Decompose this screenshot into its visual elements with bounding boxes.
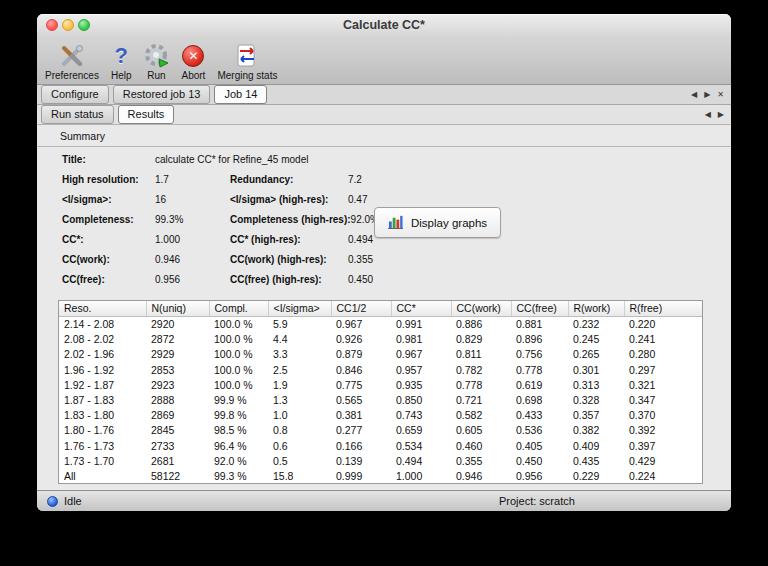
table-cell: 2.14 - 2.08 xyxy=(59,317,146,333)
table-row[interactable]: 2.14 - 2.082920100.0 %5.90.9670.9910.886… xyxy=(59,317,702,333)
summary-row: Title:calculate CC* for Refine_45 model xyxy=(62,154,703,166)
table-cell: 0.698 xyxy=(511,393,568,408)
run-button[interactable]: Run xyxy=(144,38,170,84)
table-row[interactable]: 1.92 - 1.872923100.0 %1.90.7750.9350.778… xyxy=(59,378,702,393)
tab-close-icon[interactable]: ✕ xyxy=(717,90,724,99)
table-cell: 100.0 % xyxy=(209,317,268,333)
table-cell: 0.967 xyxy=(391,347,451,362)
tab-results[interactable]: Results xyxy=(118,105,175,124)
tab-configure[interactable]: Configure xyxy=(41,85,109,104)
table-row[interactable]: 2.02 - 1.962929100.0 %3.30.8790.9670.811… xyxy=(59,347,702,362)
table-cell: 0.392 xyxy=(624,423,702,438)
table-cell: 0.896 xyxy=(511,332,568,347)
table-cell: 0.435 xyxy=(568,454,624,469)
summary-value: 16 xyxy=(155,194,230,206)
table-cell: 2920 xyxy=(146,317,209,333)
tab-restored-job-13[interactable]: Restored job 13 xyxy=(113,85,211,104)
summary-value: 1.7 xyxy=(155,174,230,186)
preferences-button[interactable]: Preferences xyxy=(45,38,99,84)
status-text: Idle xyxy=(64,495,82,507)
table-cell: 0.605 xyxy=(451,423,511,438)
merging-stats-button[interactable]: Merging stats xyxy=(217,38,277,84)
table-cell: 0.879 xyxy=(331,347,391,362)
tab-scroll-right-icon[interactable]: ▶ xyxy=(718,110,724,119)
column-header[interactable]: N(uniq) xyxy=(146,301,209,317)
zoom-window-button[interactable] xyxy=(78,19,90,31)
table-cell: 1.3 xyxy=(268,393,331,408)
table-cell: 0.886 xyxy=(451,317,511,333)
table-cell: 1.96 - 1.92 xyxy=(59,363,146,378)
tab-job-14[interactable]: Job 14 xyxy=(214,85,267,104)
help-icon: ? xyxy=(114,42,127,69)
column-header[interactable]: CC1/2 xyxy=(331,301,391,317)
table-cell: 2.02 - 1.96 xyxy=(59,347,146,362)
table-cell: 0.429 xyxy=(624,454,702,469)
column-header[interactable]: Compl. xyxy=(209,301,268,317)
table-cell: 0.297 xyxy=(624,363,702,378)
gear-run-icon xyxy=(144,42,170,69)
table-cell: 0.846 xyxy=(331,363,391,378)
summary-value: 0.956 xyxy=(155,274,230,286)
tab-scroll-right-icon[interactable]: ▶ xyxy=(704,90,710,99)
minimize-window-button[interactable] xyxy=(62,19,74,31)
table-cell: 0.5 xyxy=(268,454,331,469)
table-row[interactable]: 1.80 - 1.76284598.5 %0.80.2770.6590.6050… xyxy=(59,423,702,438)
abort-button[interactable]: ✕ Abort xyxy=(182,38,206,84)
summary-value: 99.3% xyxy=(155,214,230,226)
table-row[interactable]: 1.76 - 1.73273396.4 %0.60.1660.5340.4600… xyxy=(59,439,702,454)
summary-label: <I/sigma>: xyxy=(62,194,155,206)
summary-row: CC(work):0.946CC(work) (high-res):0.355 xyxy=(62,254,703,266)
column-header[interactable]: CC* xyxy=(391,301,451,317)
merging-stats-icon xyxy=(234,42,260,69)
tab-run-status[interactable]: Run status xyxy=(41,105,114,124)
column-header[interactable]: R(free) xyxy=(624,301,702,317)
table-cell: 0.397 xyxy=(624,439,702,454)
table-cell: 0.829 xyxy=(451,332,511,347)
toolbar-item-label: Help xyxy=(111,70,132,81)
results-table-body: 2.14 - 2.082920100.0 %5.90.9670.9910.886… xyxy=(59,317,702,485)
summary-tab-label[interactable]: Summary xyxy=(58,127,703,146)
summary-label: CC*: xyxy=(62,234,155,246)
table-cell: 92.0 % xyxy=(209,454,268,469)
results-table-container[interactable]: Reso.N(uniq)Compl.<I/sigma>CC1/2CC*CC(wo… xyxy=(58,300,703,484)
table-row[interactable]: 1.96 - 1.922853100.0 %2.50.8460.9570.782… xyxy=(59,363,702,378)
close-window-button[interactable] xyxy=(46,19,58,31)
summary-label: Completeness (high-res): xyxy=(230,214,351,226)
table-cell: 0.232 xyxy=(568,317,624,333)
column-header[interactable]: Reso. xyxy=(59,301,146,317)
toolbar: Preferences ? Help Run ✕ Abort xyxy=(37,36,731,85)
table-row[interactable]: 1.73 - 1.70268192.0 %0.50.1390.4940.3550… xyxy=(59,454,702,469)
display-graphs-label: Display graphs xyxy=(411,217,487,229)
table-cell: 0.139 xyxy=(331,454,391,469)
summary-value: 0.47 xyxy=(348,194,367,206)
display-graphs-button[interactable]: Display graphs xyxy=(374,207,501,238)
tab-scroll-left-icon[interactable]: ◀ xyxy=(705,110,711,119)
table-cell: 0.450 xyxy=(511,454,568,469)
summary-row: High resolution:1.7Redundancy:7.2 xyxy=(62,174,703,186)
toolbar-item-label: Run xyxy=(147,70,165,81)
table-cell: 2923 xyxy=(146,378,209,393)
results-table: Reso.N(uniq)Compl.<I/sigma>CC1/2CC*CC(wo… xyxy=(59,301,702,484)
column-header[interactable]: R(work) xyxy=(568,301,624,317)
column-header[interactable]: <I/sigma> xyxy=(268,301,331,317)
table-cell: 15.8 xyxy=(268,469,331,484)
table-cell: 0.321 xyxy=(624,378,702,393)
table-row[interactable]: All5812299.3 %15.80.9991.0000.9460.9560.… xyxy=(59,469,702,484)
table-cell: 0.166 xyxy=(331,439,391,454)
column-header[interactable]: CC(work) xyxy=(451,301,511,317)
result-tab-controls: ◀ ▶ xyxy=(705,105,724,124)
tab-scroll-left-icon[interactable]: ◀ xyxy=(691,90,697,99)
table-row[interactable]: 1.83 - 1.80286999.8 %1.00.3810.7430.5820… xyxy=(59,408,702,423)
summary-value: 7.2 xyxy=(348,174,362,186)
table-cell: 0.981 xyxy=(391,332,451,347)
table-cell: 1.92 - 1.87 xyxy=(59,378,146,393)
table-cell: 0.370 xyxy=(624,408,702,423)
toolbar-item-label: Preferences xyxy=(45,70,99,81)
table-row[interactable]: 2.08 - 2.022872100.0 %4.40.9260.9810.829… xyxy=(59,332,702,347)
title-bar[interactable]: Calculate CC* xyxy=(37,14,731,36)
toolbar-item-label: Abort xyxy=(182,70,206,81)
table-cell: 0.6 xyxy=(268,439,331,454)
help-button[interactable]: ? Help xyxy=(111,38,132,84)
column-header[interactable]: CC(free) xyxy=(511,301,568,317)
table-row[interactable]: 1.87 - 1.83288899.9 %1.30.5650.8500.7210… xyxy=(59,393,702,408)
